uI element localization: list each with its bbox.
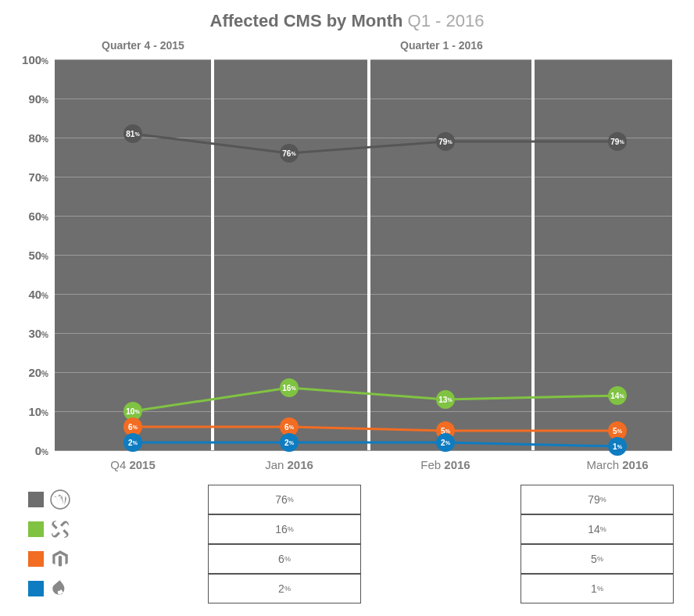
legend-cell: 1%	[520, 574, 674, 603]
legend-row: 6%5%	[28, 544, 672, 574]
gridline	[55, 450, 672, 451]
y-axis-tick: 30%	[17, 327, 48, 340]
x-axis-label: Q4 2015	[110, 458, 156, 471]
data-point: 2%	[123, 433, 142, 452]
series-line	[133, 442, 617, 446]
legend-swatch	[28, 492, 44, 507]
chart-title: Affected CMS by Month Q1 - 2016	[0, 11, 694, 31]
data-point: 81%	[123, 124, 142, 143]
legend-cell: 79%	[520, 485, 674, 514]
legend-table: 76%79%16%14%6%5%2%1%	[28, 485, 672, 603]
legend-cell: 6%	[208, 544, 361, 574]
y-axis-tick: 60%	[17, 210, 48, 223]
series-line	[133, 388, 617, 411]
legend-cell: 14%	[520, 514, 674, 544]
y-axis-tick: 90%	[17, 92, 48, 106]
y-axis-tick: 0%	[17, 444, 48, 457]
section-label-left: Quarter 4 - 2015	[102, 39, 184, 52]
data-point: 16%	[280, 378, 299, 397]
legend-swatch	[28, 581, 44, 596]
y-axis-tick: 40%	[17, 288, 48, 301]
y-axis-tick: 20%	[17, 366, 48, 379]
legend-cell: 76%	[208, 485, 361, 514]
x-axis-label: March 2016	[586, 458, 648, 471]
y-axis-tick: 80%	[17, 131, 48, 145]
joomla-icon	[50, 519, 70, 539]
svg-point-0	[51, 490, 70, 509]
series-line	[133, 427, 617, 431]
data-point: 79%	[608, 132, 627, 151]
chart-plot: 81%76%79%79%10%16%13%14%6%6%5%5%2%2%2%1%	[55, 59, 672, 450]
wordpress-icon	[50, 489, 70, 510]
legend-cell: 2%	[208, 574, 361, 603]
legend-swatch	[28, 551, 44, 567]
data-point: 13%	[436, 390, 455, 409]
legend-cell: 16%	[208, 514, 361, 544]
data-point: 1%	[608, 437, 627, 456]
data-point: 14%	[608, 386, 627, 405]
y-axis-tick: 70%	[17, 170, 48, 184]
legend-row: 16%14%	[28, 514, 672, 544]
series-line	[133, 134, 617, 153]
data-point: 2%	[436, 433, 455, 452]
legend-row: 76%79%	[28, 485, 672, 514]
drupal-icon	[50, 578, 70, 599]
legend-row: 2%1%	[28, 574, 672, 603]
y-axis-tick: 10%	[17, 405, 48, 418]
y-axis-tick: 50%	[17, 249, 48, 262]
y-axis-tick: 100%	[17, 53, 48, 66]
data-point: 76%	[280, 144, 299, 163]
section-label-right: Quarter 1 - 2016	[400, 39, 483, 52]
legend-cell: 5%	[520, 544, 674, 574]
data-point: 2%	[280, 433, 299, 452]
magento-icon	[50, 549, 70, 569]
data-point: 79%	[436, 132, 455, 151]
x-axis-label: Jan 2016	[265, 458, 313, 471]
legend-swatch	[28, 521, 44, 537]
x-axis-label: Feb 2016	[420, 458, 470, 471]
